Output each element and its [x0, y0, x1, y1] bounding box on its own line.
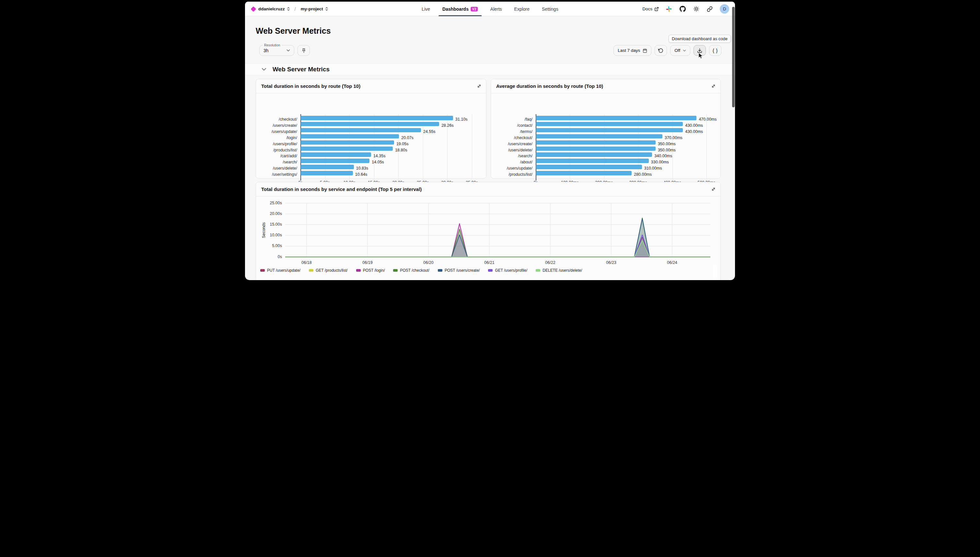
download-icon: [697, 48, 702, 53]
brand-logo-icon[interactable]: [251, 6, 256, 12]
share-link-icon[interactable]: [706, 5, 713, 13]
breadcrumb: ddanielcruzz / my-project: [252, 2, 328, 16]
bar-value-label: 20.07s: [401, 135, 413, 140]
bar: [301, 158, 369, 163]
bar-value-label: 28.26s: [441, 123, 454, 128]
bar-category-label: /about/: [491, 160, 533, 164]
legend-item[interactable]: DELETE /users/delete/: [536, 268, 582, 273]
panel-title: Total duration in seconds by route (Top …: [261, 83, 360, 89]
github-icon[interactable]: [679, 5, 686, 13]
expand-panel-icon[interactable]: [477, 84, 481, 88]
gridline: [472, 114, 472, 181]
resolution-select[interactable]: Resolution 3h: [259, 45, 294, 56]
bar: [536, 122, 683, 127]
legend-item[interactable]: PUT /users/update/: [260, 268, 301, 273]
panel-header: Total duration in seconds by route (Top …: [256, 79, 486, 93]
tab-alerts[interactable]: Alerts: [490, 2, 503, 16]
legend-item[interactable]: GET /products/list/: [309, 268, 348, 273]
app-window: ddanielcruzz / my-project Live Dashboard…: [245, 2, 735, 280]
bar: [301, 152, 371, 157]
bar-category-label: /contact/: [491, 123, 533, 128]
legend-swatch: [309, 269, 314, 272]
theme-toggle-sun-icon[interactable]: [692, 5, 700, 13]
bar-value-label: 10.64s: [355, 172, 367, 177]
bar-value-label: 14.35s: [373, 154, 386, 158]
legend-item[interactable]: POST /login/: [356, 268, 385, 273]
bar-value-label: 10.83s: [356, 166, 369, 171]
bar-category-label: /users/profile/: [256, 142, 297, 146]
tab-explore[interactable]: Explore: [514, 2, 530, 16]
pin-resolution-button[interactable]: [297, 45, 310, 56]
bar-category-label: /faq/: [491, 117, 533, 122]
x-tick-label: 06/19: [362, 261, 372, 265]
legend-item[interactable]: POST /users/create/: [438, 268, 480, 273]
docs-link[interactable]: Docs: [642, 7, 659, 11]
expand-panel-icon[interactable]: [711, 84, 716, 88]
legend-label: POST /login/: [363, 268, 385, 273]
project-name: my-project: [301, 7, 323, 11]
panel-header: Total duration in seconds by service and…: [256, 182, 720, 197]
bar-value-label: 19.05s: [397, 142, 409, 146]
legend-swatch: [393, 269, 398, 272]
bar: [301, 134, 399, 139]
legend-swatch: [438, 269, 442, 272]
chart-legend: PUT /users/update/GET /products/list/POS…: [260, 268, 582, 273]
toolbar-left: Resolution 3h: [259, 45, 310, 56]
page-title: Web Server Metrics: [256, 26, 331, 36]
section-header: Web Server Metrics: [245, 63, 735, 75]
x-tick-label: 06/18: [301, 261, 311, 265]
legend-label: DELETE /users/delete/: [543, 268, 582, 273]
bar: [301, 116, 453, 120]
panel-title: Total duration in seconds by service and…: [261, 186, 422, 192]
tab-live[interactable]: Live: [421, 2, 431, 16]
bar-category-label: /cart/add/: [256, 154, 297, 158]
top-bar: ddanielcruzz / my-project Live Dashboard…: [245, 2, 735, 16]
tab-dashboards[interactable]: Dashboards V2: [442, 2, 479, 16]
bar-category-label: /products/list/: [491, 172, 533, 177]
bar-value-label: 31.10s: [455, 117, 468, 122]
y-tick-label: 15.00s: [266, 222, 282, 226]
download-dashboard-button[interactable]: [694, 45, 706, 56]
bar-category-label: /users/delete/: [491, 148, 533, 152]
panel-title: Average duration in seconds by route (To…: [496, 83, 603, 89]
bar-value-label: 350.00ms: [658, 142, 676, 146]
legend-swatch: [356, 269, 361, 272]
user-avatar[interactable]: D: [720, 4, 729, 14]
legend-item[interactable]: GET /users/profile/: [488, 268, 527, 273]
tab-settings[interactable]: Settings: [541, 2, 559, 16]
y-tick-label: 25.00s: [266, 201, 282, 205]
dashboard-code-button[interactable]: { }: [709, 45, 722, 56]
legend-scrollbar: [713, 265, 717, 278]
y-tick-label: 20.00s: [266, 212, 282, 216]
project-selector[interactable]: my-project: [301, 7, 328, 11]
top-bar-actions: Docs D: [642, 2, 729, 16]
expand-panel-icon[interactable]: [711, 187, 716, 192]
bar-value-label: 350.00ms: [658, 148, 676, 152]
bar-value-label: 330.00ms: [651, 160, 669, 164]
bar-category-label: /checkout/: [256, 117, 297, 122]
time-range-button[interactable]: Last 7 days: [613, 45, 652, 56]
bar-value-label: 280.00ms: [634, 172, 652, 177]
section-collapse-chevron-icon[interactable]: [262, 68, 266, 71]
legend-label: PUT /users/update/: [267, 268, 301, 273]
bar: [536, 147, 656, 151]
refresh-button[interactable]: [655, 45, 667, 56]
legend-item[interactable]: POST /checkout/: [393, 268, 429, 273]
download-tooltip: Download dashboard as code: [669, 35, 731, 43]
bar: [536, 152, 652, 157]
bar-value-label: 340.00ms: [654, 154, 672, 158]
org-selector[interactable]: ddanielcruzz: [258, 7, 290, 11]
active-tab-underline: [439, 15, 482, 16]
legend-swatch: [488, 269, 492, 272]
scrollbar-thumb[interactable]: [732, 7, 735, 107]
bar: [301, 122, 439, 127]
slack-icon[interactable]: [665, 5, 673, 13]
breadcrumb-separator: /: [294, 7, 296, 12]
x-tick-label: 06/23: [606, 261, 616, 265]
pin-icon: [301, 48, 306, 53]
toolbar-right: Last 7 days Off { }: [613, 45, 722, 56]
legend-swatch: [536, 269, 540, 272]
bar-value-label: 430.00ms: [685, 123, 703, 128]
auto-refresh-select[interactable]: Off: [670, 45, 690, 56]
bar-value-label: 370.00ms: [665, 135, 683, 140]
